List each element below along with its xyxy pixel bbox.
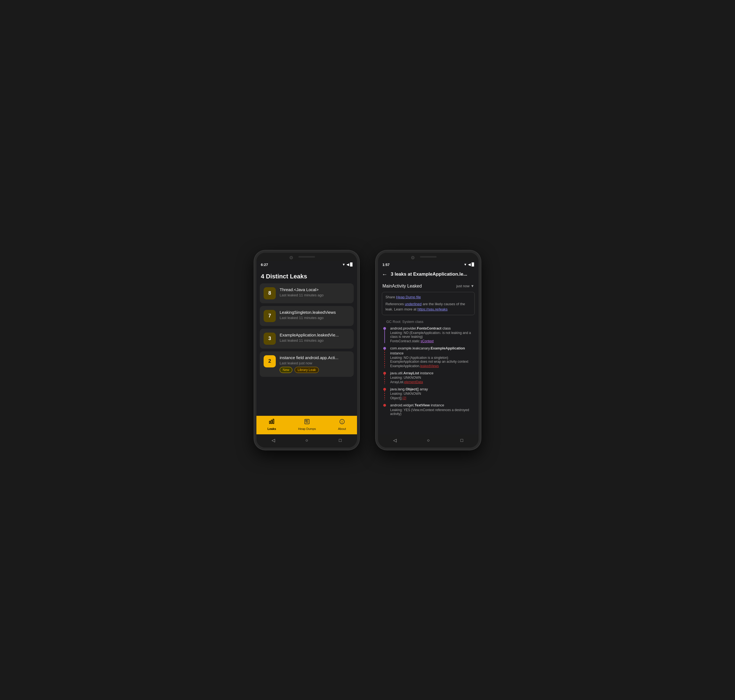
- time-label: just now: [456, 284, 469, 288]
- recents-button-left[interactable]: □: [337, 437, 343, 444]
- phone-top-bar-right: [378, 253, 478, 261]
- nav-heap-dumps-label: Heap Dumps: [298, 427, 316, 431]
- trace-field-1: FontsContract.static sContext: [390, 339, 475, 343]
- trace-content-4: java.lang.Object[] array Leaking: UNKNOW…: [390, 387, 475, 400]
- trace-item-5: android.widget.TextView instance Leaking…: [382, 403, 475, 416]
- time-dropdown[interactable]: just now ▼: [456, 284, 474, 288]
- detail-header: ← 3 leaks at ExampleApplication.le...: [378, 268, 478, 280]
- screen-right: ← 3 leaks at ExampleApplication.le... Ma…: [378, 268, 478, 434]
- trace-dot-4: [383, 388, 386, 391]
- trace-line-col-4: [382, 387, 387, 400]
- nav-leaks[interactable]: Leaks: [267, 419, 276, 431]
- trace-line-col-5: [382, 403, 387, 416]
- right-phone: 1:57 ▼ ◀ ▉ ← 3 leaks at ExampleApplicati…: [376, 250, 481, 450]
- home-button-right[interactable]: ○: [425, 437, 431, 444]
- leak-badge-2: 7: [264, 310, 276, 322]
- trace-line-col-2: [382, 346, 387, 368]
- leak-name-2: LeakingSingleton.leakedViews: [280, 310, 350, 315]
- recents-button-right[interactable]: □: [458, 437, 465, 444]
- leak-info-4: instance field android.app.Acti... Last …: [280, 355, 350, 373]
- leak-badge-4: 2: [264, 355, 276, 368]
- trace-leaking-4: Leaking: UNKNOWN: [390, 392, 475, 396]
- trace-class-4: java.lang.Object[] array: [390, 387, 475, 392]
- leak-subtitle: MainActivity Leaked: [383, 284, 422, 289]
- back-button-left[interactable]: ◁: [270, 437, 277, 444]
- trace-item-3: java.util.ArrayList instance Leaking: UN…: [382, 371, 475, 384]
- trace-field-3: ArrayList.elementData: [390, 380, 475, 384]
- leak-item-1[interactable]: 8 Thread.<Java Local> Last leaked 11 min…: [260, 283, 354, 303]
- trace-container: android.provider.FontsContract class Lea…: [378, 326, 478, 434]
- field-underline-3: elementData: [404, 380, 423, 384]
- trace-class-2: com.example.leakcanary.ExampleApplicatio…: [390, 346, 475, 356]
- heap-dumps-icon: [304, 419, 310, 426]
- back-button-right[interactable]: ◁: [392, 437, 398, 444]
- leak-item-3[interactable]: 3 ExampleApplication.leakedVie... Last l…: [260, 329, 354, 349]
- leak-subtitle-bar: MainActivity Leaked just now ▼: [378, 280, 478, 292]
- phone-top-bar-left: [257, 253, 357, 261]
- trace-leaking-2: Leaking: NO (Application is a singleton)…: [390, 356, 475, 363]
- heap-dump-file-link[interactable]: Heap Dump file: [396, 295, 421, 299]
- leak-info-2: LeakingSingleton.leakedViews Last leaked…: [280, 310, 350, 320]
- trace-class-1: android.provider.FontsContract class: [390, 326, 475, 331]
- home-button-left[interactable]: ○: [304, 437, 310, 444]
- trace-dot-1: [383, 327, 386, 330]
- about-icon: [339, 419, 345, 426]
- leak-item-2[interactable]: 7 LeakingSingleton.leakedViews Last leak…: [260, 306, 354, 326]
- field-underline-2: leakedViews: [420, 364, 439, 368]
- screen-left: 4 Distinct Leaks 8 Thread.<Java Local> L…: [257, 268, 357, 434]
- time-right: 1:57: [383, 263, 390, 267]
- nav-heap-dumps[interactable]: Heap Dumps: [298, 419, 316, 431]
- trace-field-2: ExampleApplication.leakedViews: [390, 364, 475, 368]
- leak-time-2: Last leaked 11 minutes ago: [280, 316, 350, 320]
- trace-class-5: android.widget.TextView instance: [390, 403, 475, 408]
- status-icons-left: ▼ ◀ ▉: [342, 263, 352, 266]
- leak-time-4: Last leaked just now: [280, 361, 350, 365]
- trace-content-1: android.provider.FontsContract class Lea…: [390, 326, 475, 343]
- leak-info-1: Thread.<Java Local> Last leaked 11 minut…: [280, 287, 350, 297]
- leak-time-3: Last leaked 11 minutes ago: [280, 338, 350, 343]
- nav-about[interactable]: About: [338, 419, 346, 431]
- back-arrow[interactable]: ←: [382, 271, 387, 278]
- learn-more-link[interactable]: https://squ.re/leaks: [418, 307, 447, 311]
- camera-right: [411, 256, 414, 259]
- leak-time-1: Last leaked 11 minutes ago: [280, 293, 350, 297]
- trace-line-1: [384, 330, 385, 343]
- bottom-bar-right: ◁ ○ □: [378, 434, 478, 448]
- leak-badge-1: 8: [264, 287, 276, 299]
- underlined-text: underlined: [405, 302, 422, 306]
- info-box: Share Heap Dump file References underlin…: [382, 292, 475, 315]
- leak-name-3: ExampleApplication.leakedVie...: [280, 332, 350, 337]
- trace-leaking-3: Leaking: UNKNOWN: [390, 376, 475, 379]
- field-underline-4: [2]: [403, 396, 406, 400]
- trace-dot-3: [383, 372, 386, 375]
- time-left: 6:27: [261, 263, 268, 267]
- trace-line-4: [384, 391, 385, 400]
- dropdown-arrow-icon: ▼: [471, 284, 474, 288]
- trace-line-col-3: [382, 371, 387, 384]
- trace-dot-5: [383, 404, 386, 407]
- speaker-right: [420, 256, 437, 258]
- detail-title: 3 leaks at ExampleApplication.le...: [391, 272, 475, 277]
- trace-line-2: [384, 350, 385, 368]
- leak-name-1: Thread.<Java Local>: [280, 287, 350, 292]
- tag-new: New: [280, 367, 292, 373]
- left-phone: 6:27 ▼ ◀ ▉ 4 Distinct Leaks 8 Thread.<Ja…: [254, 250, 359, 450]
- leaks-icon: [269, 419, 275, 426]
- share-heap-link: Share Heap Dump file: [386, 295, 471, 299]
- leaks-title: 4 Distinct Leaks: [261, 273, 352, 280]
- trace-content-2: com.example.leakcanary.ExampleApplicatio…: [390, 346, 475, 368]
- trace-content-5: android.widget.TextView instance Leaking…: [390, 403, 475, 416]
- trace-leaking-1: Leaking: NO (ExampleApplication↓ is not …: [390, 331, 475, 339]
- nav-leaks-label: Leaks: [267, 427, 276, 431]
- info-box-body: References underlined are the likely cau…: [386, 301, 471, 312]
- trace-item-2: com.example.leakcanary.ExampleApplicatio…: [382, 346, 475, 368]
- bottom-bar-left: ◁ ○ □: [257, 434, 357, 448]
- svg-rect-1: [271, 420, 272, 424]
- field-underline-1: sContext: [421, 339, 434, 343]
- leak-item-4[interactable]: 2 instance field android.app.Acti... Las…: [260, 351, 354, 377]
- trace-content-3: java.util.ArrayList instance Leaking: UN…: [390, 371, 475, 384]
- status-icons-right: ▼ ◀ ▉: [464, 263, 474, 266]
- gc-root: GC Root: System class: [378, 319, 478, 326]
- tag-library-leak: Library Leak: [295, 367, 319, 373]
- nav-about-label: About: [338, 427, 346, 431]
